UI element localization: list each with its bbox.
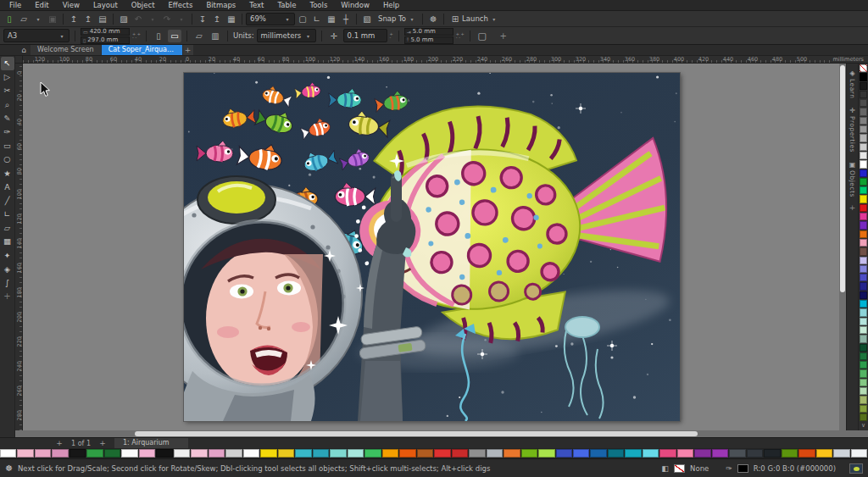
print-icon[interactable]: ▤ <box>96 13 109 25</box>
launch-dropdown[interactable]: ⊞ Launch ▾ <box>448 13 501 25</box>
document-palette-swatch[interactable] <box>364 449 381 458</box>
nudge-distance-field[interactable]: 0.1 mm <box>343 29 387 42</box>
docker-tab-properties[interactable]: ✛Properties <box>849 104 856 155</box>
document-palette-swatch[interactable] <box>399 449 415 458</box>
palette-swatch[interactable] <box>860 318 867 325</box>
palette-swatch[interactable] <box>860 239 867 247</box>
document-palette-swatch[interactable] <box>764 449 780 458</box>
palette-swatch[interactable] <box>860 405 867 413</box>
freehand-tool[interactable]: ✎ <box>1 112 14 125</box>
palette-swatch[interactable] <box>860 143 867 151</box>
document-palette-swatch[interactable] <box>521 449 537 458</box>
options-gear-icon[interactable]: ☸ <box>426 13 440 25</box>
menu-effects[interactable]: Effects <box>162 1 198 9</box>
document-palette-swatch[interactable] <box>104 449 120 458</box>
tool-options-gear-icon[interactable]: ☸ <box>5 463 13 473</box>
document-palette-swatch[interactable] <box>86 449 103 458</box>
palette-swatch[interactable] <box>860 379 867 386</box>
palette-swatch[interactable] <box>860 73 867 80</box>
zoom-levels-dropdown[interactable]: 69% ▾ <box>246 13 295 25</box>
menu-view[interactable]: View <box>57 1 86 9</box>
palette-swatch[interactable] <box>860 125 867 133</box>
palette-swatch[interactable] <box>860 213 867 220</box>
document-palette-swatch[interactable] <box>469 449 485 458</box>
vertical-scrollbar-thumb[interactable] <box>840 65 845 292</box>
duplicate-y-field[interactable]: ⤒ 5.0 mm <box>404 36 453 44</box>
fullscreen-preview-icon[interactable]: ▢ <box>296 13 309 25</box>
show-guidelines-icon[interactable]: ┼ <box>339 13 353 25</box>
document-palette-swatch[interactable] <box>816 449 832 458</box>
add-docker-button[interactable]: + <box>849 203 856 212</box>
menu-bitmaps[interactable]: Bitmaps <box>200 1 242 9</box>
document-palette-swatch[interactable] <box>747 449 763 458</box>
undo-caret-icon[interactable]: ▾ <box>146 13 159 25</box>
palette-swatch[interactable] <box>860 265 867 273</box>
page-size-dropdown[interactable]: A3 ▾ <box>3 29 70 42</box>
undo-icon[interactable]: ↶ <box>131 13 145 25</box>
open-caret-icon[interactable]: ▾ <box>31 13 45 25</box>
document-palette-swatch[interactable] <box>313 449 329 458</box>
ruler-origin-corner[interactable] <box>15 56 23 64</box>
palette-swatch[interactable] <box>860 134 867 141</box>
treat-as-filled-icon[interactable]: ▢ <box>476 30 489 42</box>
menu-table[interactable]: Table <box>271 1 302 9</box>
import-icon[interactable]: ↧ <box>196 13 209 25</box>
document-palette-swatch[interactable] <box>295 449 311 458</box>
document-palette-swatch[interactable] <box>677 449 693 458</box>
document-palette-swatch[interactable] <box>191 449 207 458</box>
open-icon[interactable]: ▱ <box>17 13 31 25</box>
document-palette-swatch[interactable] <box>729 449 745 458</box>
palette-swatch[interactable] <box>860 387 867 395</box>
palette-swatch[interactable] <box>860 178 867 186</box>
docker-tab-objects[interactable]: ▣Objects <box>849 158 856 200</box>
palette-swatch[interactable] <box>860 352 867 360</box>
artistic-media-tool[interactable]: ✑ <box>1 125 14 139</box>
redo-icon[interactable]: ↷ <box>160 13 174 25</box>
snap-to-dropdown[interactable]: Snap To ▾ <box>375 13 419 25</box>
units-dropdown[interactable]: millimeters ▾ <box>257 29 316 42</box>
page-size-stepper[interactable]: + +- - <box>132 32 141 39</box>
palette-swatch[interactable] <box>860 413 867 421</box>
redo-caret-icon[interactable]: ▾ <box>175 13 188 25</box>
menu-edit[interactable]: Edit <box>29 1 54 9</box>
smart-drawing-tool[interactable]: ∫ <box>1 276 14 290</box>
palette-swatch[interactable] <box>860 108 867 115</box>
cloud-upload-icon[interactable]: ↥ <box>67 13 81 25</box>
document-page[interactable] <box>184 73 680 421</box>
current-page-icon[interactable]: ▱ <box>192 30 206 42</box>
menu-help[interactable]: Help <box>377 1 405 9</box>
document-palette-swatch[interactable] <box>625 449 641 458</box>
menu-tools[interactable]: Tools <box>303 1 333 9</box>
document-palette-swatch[interactable] <box>121 449 137 458</box>
menu-text[interactable]: Text <box>243 1 270 9</box>
publish-pdf-icon[interactable]: ▦ <box>225 13 238 25</box>
new-tab-button[interactable]: + <box>183 45 193 55</box>
palette-swatch[interactable] <box>860 152 867 159</box>
show-grid-icon[interactable]: ▦ <box>325 13 338 25</box>
shape-tool[interactable]: ▷ <box>1 70 14 84</box>
menu-layout[interactable]: Layout <box>87 1 124 9</box>
document-palette-swatch[interactable] <box>782 449 798 458</box>
palette-swatch[interactable] <box>860 82 867 90</box>
palette-swatch[interactable] <box>860 344 867 352</box>
portrait-icon[interactable]: ▯ <box>152 30 165 42</box>
document-palette-swatch[interactable] <box>139 449 155 458</box>
pick-tool[interactable]: ↖ <box>1 57 14 70</box>
document-palette-swatch[interactable] <box>538 449 554 458</box>
horizontal-ruler[interactable]: millimeters 1201008060402002040608010012… <box>23 56 868 64</box>
tab-welcome-screen[interactable]: Welcome Screen <box>31 45 101 55</box>
text-tool[interactable]: A <box>1 180 14 194</box>
duplicate-x-field[interactable]: ⇥ 5.0 mm <box>404 28 453 36</box>
add-tool-button[interactable]: + <box>1 290 14 303</box>
document-palette-swatch[interactable] <box>712 449 728 458</box>
show-rulers-icon[interactable]: ∟ <box>310 13 324 25</box>
docker-tab-learn[interactable]: ◈Learn <box>849 67 856 101</box>
nudge-stepper[interactable]: +- <box>390 32 393 39</box>
palette-swatch[interactable] <box>860 91 867 98</box>
document-palette-swatch[interactable] <box>487 449 503 458</box>
share-icon[interactable]: ↥ <box>81 13 95 25</box>
dimension-tool[interactable]: ╱ <box>1 194 14 208</box>
document-palette-swatch[interactable] <box>851 449 867 458</box>
document-palette-swatch[interactable] <box>156 449 172 458</box>
document-palette-swatch[interactable] <box>174 449 190 458</box>
